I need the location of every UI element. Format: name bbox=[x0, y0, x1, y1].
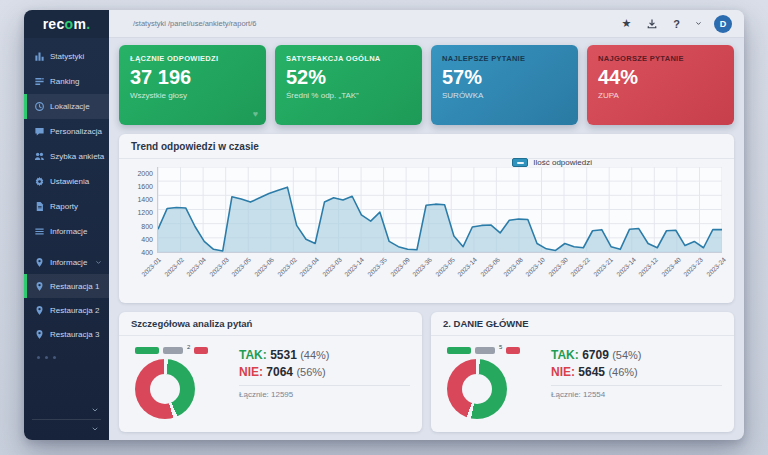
kpi-card-total-answers[interactable]: ŁĄCZNIE ODPOWIEDZI 37 196 Wszystkie głos… bbox=[119, 45, 266, 125]
sidebar-item-restauracja-3[interactable]: Restauracja 3 bbox=[24, 322, 109, 346]
x-tick-label: 2023-35 bbox=[366, 256, 388, 278]
y-tick-label: 400 bbox=[141, 236, 153, 243]
main-content: ŁĄCZNIE ODPOWIEDZI 37 196 Wszystkie głos… bbox=[109, 38, 744, 440]
kpi-value: 52% bbox=[286, 66, 411, 89]
donut-column: 5 bbox=[445, 341, 537, 419]
sidebar-item-restauracja-2[interactable]: Restauracja 2 bbox=[24, 298, 109, 322]
logo-accent: o bbox=[65, 16, 74, 32]
user-avatar[interactable]: D bbox=[714, 15, 732, 33]
sidebar-collapse-button[interactable] bbox=[24, 403, 109, 417]
legend-superscript: 5 bbox=[499, 344, 502, 350]
area-chart-svg bbox=[158, 167, 722, 252]
total-label: Łącznie: 12595 bbox=[239, 390, 410, 399]
donut-chart[interactable] bbox=[135, 359, 195, 419]
y-axis-labels: 2000160014001200800400400 bbox=[127, 167, 157, 253]
sidebar-item-label: Lokalizacje bbox=[50, 102, 90, 111]
sidebar-item-ranking[interactable]: Ranking bbox=[24, 69, 109, 94]
legend-red-bar-icon bbox=[506, 347, 520, 354]
legend-green-bar-icon bbox=[135, 347, 159, 354]
no-value: 7064 bbox=[266, 365, 293, 379]
sidebar-item-raporty[interactable]: Raporty bbox=[24, 194, 109, 219]
donut-chart[interactable] bbox=[447, 359, 507, 419]
help-icon[interactable]: ? bbox=[673, 18, 680, 30]
download-icon[interactable] bbox=[646, 18, 658, 30]
panel-title: 2. DANIE GŁÓWNE bbox=[431, 312, 734, 336]
kpi-subtitle: Wszystkie głosy bbox=[130, 91, 255, 100]
kpi-card-satisfaction[interactable]: SATYSFAKCJA OGÓLNA 52% Średni % odp. „TA… bbox=[275, 45, 422, 125]
gear-icon bbox=[33, 176, 45, 187]
sidebar-item-informacje[interactable]: Informacje bbox=[24, 250, 109, 274]
yes-percent: (54%) bbox=[612, 349, 641, 361]
kpi-card-best-question[interactable]: NAJLEPSZE PYTANIE 57% SURÓWKA bbox=[431, 45, 578, 125]
sidebar-item-ustawienia[interactable]: Ustawienia bbox=[24, 169, 109, 194]
x-tick-label: 2023-30 bbox=[547, 256, 569, 278]
topbar: recom. /statystyki /panel/use/ankiety/ra… bbox=[24, 10, 744, 38]
logo-dot: . bbox=[86, 16, 90, 32]
pin-icon bbox=[33, 305, 45, 316]
sidebar-location-group: InformacjeRestauracja 1Restauracja 2Rest… bbox=[24, 250, 109, 346]
sidebar-item-label: Ranking bbox=[50, 77, 79, 86]
ranking-icon bbox=[33, 76, 45, 87]
x-tick-label: 2023-03 bbox=[321, 256, 343, 278]
y-tick-label: 1600 bbox=[137, 183, 153, 190]
x-tick-label: 2023-06 bbox=[479, 256, 501, 278]
sidebar-item-label: Restauracja 1 bbox=[50, 282, 99, 291]
y-tick-label: 1200 bbox=[137, 209, 153, 216]
sidebar-item-label: Personalizacja bbox=[50, 127, 102, 136]
sidebar-footer bbox=[24, 403, 109, 436]
chart-area: 2000160014001200800400400 bbox=[119, 159, 734, 253]
sidebar-item-lokalizacje[interactable]: Lokalizacje bbox=[24, 94, 109, 119]
x-tick-label: 2023-05 bbox=[231, 256, 253, 278]
total-label: Łącznie: 12554 bbox=[551, 390, 722, 399]
sidebar-item-label: Restauracja 2 bbox=[50, 306, 99, 315]
answer-stats: TAK: 6709 (54%) NIE: 5645 (46%) Łącznie:… bbox=[551, 341, 722, 399]
sidebar-item-szybka-ankieta[interactable]: Szybka ankieta bbox=[24, 144, 109, 169]
yes-label: TAK: bbox=[239, 348, 267, 362]
star-icon[interactable]: ★ bbox=[621, 17, 631, 30]
users-icon bbox=[33, 151, 45, 162]
x-tick-label: 2023-02 bbox=[163, 256, 185, 278]
yes-percent: (44%) bbox=[300, 349, 329, 361]
legend-superscript: 2 bbox=[187, 344, 190, 350]
logo[interactable]: recom. bbox=[24, 10, 109, 38]
sidebar-item-statystyki[interactable]: Statystyki bbox=[24, 44, 109, 69]
x-tick-label: 2023-03 bbox=[208, 256, 230, 278]
total-divider bbox=[551, 385, 722, 386]
y-tick-label: 2000 bbox=[137, 170, 153, 177]
sidebar-item-label: Szybka ankieta bbox=[50, 152, 104, 161]
x-tick-label: 2023-02 bbox=[276, 256, 298, 278]
sidebar-footer-divider bbox=[32, 419, 101, 420]
donut-hole bbox=[150, 374, 180, 404]
stats-icon bbox=[33, 51, 45, 62]
topbar-main: /statystyki /panel/use/ankiety/raport/6 … bbox=[109, 10, 744, 38]
x-tick-label: 2023-06 bbox=[253, 256, 275, 278]
x-tick-label: 2023-14 bbox=[457, 256, 479, 278]
sidebar-item-personalizacja[interactable]: Personalizacja bbox=[24, 119, 109, 144]
kpi-title: NAJLEPSZE PYTANIE bbox=[442, 54, 567, 63]
x-tick-label: 2023-09 bbox=[389, 256, 411, 278]
chart-legend: Ilość odpowiedzi bbox=[512, 158, 592, 167]
legend-label: Ilość odpowiedzi bbox=[533, 158, 592, 167]
sidebar-item-informacje[interactable]: Informacje bbox=[24, 219, 109, 244]
no-value: 5645 bbox=[578, 365, 605, 379]
no-label: NIE: bbox=[551, 365, 575, 379]
kpi-card-worst-question[interactable]: NAJGORSZE PYTANIE 44% ZUPA bbox=[587, 45, 734, 125]
caret-down-icon[interactable] bbox=[695, 20, 702, 27]
x-tick-label: 2023-04 bbox=[185, 256, 207, 278]
mini-legend: 2 bbox=[135, 344, 225, 354]
logo-text: rec bbox=[43, 16, 65, 32]
legend-green-bar-icon bbox=[447, 347, 471, 354]
sidebar-more-button[interactable] bbox=[24, 422, 109, 436]
kpi-subtitle: ZUPA bbox=[598, 91, 723, 100]
trend-chart-panel: Trend odpowiedzi w czasie Ilość odpowied… bbox=[119, 134, 734, 303]
kpi-subtitle: Średni % odp. „TAK” bbox=[286, 91, 411, 100]
app-window: recom. /statystyki /panel/use/ankiety/ra… bbox=[24, 10, 744, 440]
y-tick-label: 1400 bbox=[137, 196, 153, 203]
legend-gray-bar-icon bbox=[163, 347, 183, 354]
kpi-value: 57% bbox=[442, 66, 567, 89]
chevron-down-icon bbox=[91, 425, 99, 433]
no-label: NIE: bbox=[239, 365, 263, 379]
sidebar-item-restauracja-1[interactable]: Restauracja 1 bbox=[24, 274, 109, 298]
answer-stats: TAK: 5531 (44%) NIE: 7064 (56%) Łącznie:… bbox=[239, 341, 410, 399]
area-chart-plot[interactable] bbox=[157, 167, 722, 253]
